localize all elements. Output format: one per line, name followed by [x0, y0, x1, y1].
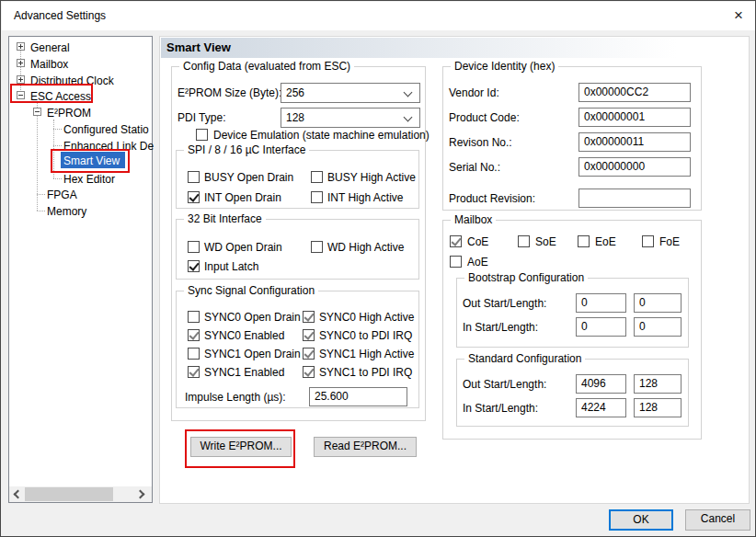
sync0-enabled-label: SYNC0 Enabled — [204, 329, 284, 343]
product-code-field[interactable]: 0x00000001 — [578, 108, 691, 127]
tree-connector-line — [53, 178, 62, 179]
sidebar-item-general[interactable]: General — [30, 40, 70, 56]
vendor-id-field[interactable]: 0x00000CC2 — [578, 83, 691, 102]
close-icon[interactable]: × — [727, 6, 750, 26]
impulse-length-label: Impulse Length (µs): — [185, 391, 286, 405]
aoe-label: AoE — [467, 256, 488, 269]
standard-out-label: Out Start/Length: — [463, 378, 546, 392]
eeprom-size-dropdown[interactable]: 256 — [281, 83, 420, 103]
wd-high-active-checkbox[interactable] — [311, 241, 323, 253]
sidebar-item-hex-editor[interactable]: Hex Editor — [63, 172, 115, 188]
sync0-pdi-irq-checkbox[interactable] — [303, 329, 315, 341]
revision-no-field[interactable]: 0x00000011 — [578, 132, 691, 152]
sync-signal-group-label: Sync Signal Configuration — [184, 284, 318, 298]
sync1-open-drain-label: SYNC1 Open Drain — [204, 348, 301, 361]
int-open-drain-label: INT Open Drain — [204, 191, 281, 205]
cancel-button[interactable]: Cancel — [685, 509, 750, 531]
bootstrap-in-label: In Start/Length: — [463, 321, 538, 335]
foe-label: FoE — [659, 235, 680, 249]
eoe-checkbox[interactable] — [578, 235, 590, 247]
sync0-open-drain-checkbox[interactable] — [188, 311, 200, 323]
standard-out-length-field[interactable]: 128 — [634, 374, 682, 394]
title-bar — [2, 2, 756, 30]
sidebar-item-fpga[interactable]: FPGA — [47, 188, 77, 203]
tree-connector-line — [53, 145, 62, 146]
foe-checkbox[interactable] — [642, 235, 654, 247]
soe-checkbox[interactable] — [518, 235, 530, 247]
sidebar-item-memory[interactable]: Memory — [47, 204, 86, 220]
advanced-settings-dialog: Advanced Settings × General Mailbox Dist… — [0, 0, 756, 537]
sidebar-item-esc-access[interactable]: ESC Access — [30, 89, 91, 105]
sync0-pdi-irq-label: SYNC0 to PDI IRQ — [319, 329, 412, 343]
busy-high-active-checkbox[interactable] — [311, 171, 323, 183]
device-emulation-checkbox[interactable] — [196, 129, 208, 141]
sync1-open-drain-checkbox[interactable] — [188, 348, 200, 360]
int-high-active-checkbox[interactable] — [311, 191, 323, 203]
scrollbar-thumb[interactable] — [25, 487, 113, 501]
sync1-high-active-checkbox[interactable] — [303, 348, 315, 360]
sidebar-item-distributed-clock[interactable]: Distributed Clock — [30, 74, 114, 89]
standard-in-start-field[interactable]: 4224 — [576, 398, 626, 417]
eoe-label: EoE — [595, 235, 616, 249]
standard-out-start-field[interactable]: 4096 — [576, 374, 626, 394]
sidebar-item-eeprom[interactable]: E²PROM — [47, 106, 91, 121]
expand-icon[interactable] — [17, 42, 25, 51]
wd-open-drain-label: WD Open Drain — [204, 241, 282, 255]
standard-config-group-label: Standard Configuration — [464, 352, 585, 366]
pdi-type-dropdown[interactable]: 128 — [281, 108, 420, 128]
tree-connector-line — [20, 46, 21, 96]
tree-connector-line — [53, 129, 62, 130]
tree-connector-line — [37, 194, 45, 195]
write-eeprom-button[interactable]: Write E²PROM... — [190, 437, 292, 457]
sync0-enabled-checkbox[interactable] — [188, 329, 200, 341]
bootstrap-config-group: Bootstrap Configuration — [456, 278, 689, 348]
aoe-checkbox[interactable] — [450, 256, 462, 268]
sync1-enabled-checkbox[interactable] — [188, 366, 200, 378]
sync1-pdi-irq-checkbox[interactable] — [303, 366, 315, 378]
bootstrap-out-length-field[interactable]: 0 — [634, 293, 682, 313]
bootstrap-out-start-field[interactable]: 0 — [576, 293, 626, 313]
sync1-high-active-label: SYNC1 High Active — [319, 348, 414, 361]
impulse-length-field[interactable]: 25.600 — [309, 387, 407, 406]
coe-checkbox[interactable] — [450, 235, 462, 247]
spi-interface-group-label: SPI / 8 / 16 µC Interface — [184, 143, 309, 157]
soe-label: SoE — [535, 235, 556, 249]
product-code-label: Product Code: — [449, 111, 520, 125]
collapse-icon[interactable] — [33, 108, 41, 116]
product-revision-field[interactable] — [578, 189, 691, 208]
product-revision-label: Product Revision: — [449, 192, 535, 206]
bootstrap-in-length-field[interactable]: 0 — [634, 317, 682, 337]
page-title: Smart View — [161, 38, 748, 58]
expand-icon[interactable] — [17, 59, 25, 67]
busy-open-drain-checkbox[interactable] — [188, 171, 200, 183]
standard-in-length-field[interactable]: 128 — [634, 398, 682, 417]
expand-icon[interactable] — [17, 75, 25, 84]
busy-open-drain-label: BUSY Open Drain — [204, 171, 293, 185]
pdi-type-value: 128 — [286, 111, 304, 124]
sidebar-item-configured-station[interactable]: Configured Statio — [63, 122, 149, 138]
coe-label: CoE — [467, 235, 488, 249]
collapse-icon[interactable] — [17, 91, 25, 99]
read-eeprom-button[interactable]: Read E²PROM... — [314, 437, 417, 457]
sync0-high-active-label: SYNC0 High Active — [319, 311, 414, 325]
sidebar-item-mailbox[interactable]: Mailbox — [30, 57, 68, 73]
busy-high-active-label: BUSY High Active — [327, 171, 416, 185]
serial-no-label: Serial No.: — [449, 161, 500, 175]
eeprom-size-value: 256 — [286, 86, 304, 99]
wd-open-drain-checkbox[interactable] — [188, 241, 200, 253]
sync0-high-active-checkbox[interactable] — [303, 311, 315, 323]
config-data-group-label: Config Data (evaluated from ESC) — [179, 60, 354, 74]
sync1-pdi-irq-label: SYNC1 to PDI IRQ — [319, 366, 412, 380]
wd-high-active-label: WD High Active — [327, 241, 404, 255]
sync0-open-drain-label: SYNC0 Open Drain — [204, 311, 301, 325]
pdi-type-label: PDI Type: — [178, 111, 225, 125]
revision-no-label: Revison No.: — [449, 136, 512, 150]
serial-no-field[interactable]: 0x00000000 — [578, 157, 691, 177]
ok-button[interactable]: OK — [609, 509, 673, 531]
standard-in-label: In Start/Length: — [463, 402, 538, 416]
input-latch-checkbox[interactable] — [188, 260, 200, 272]
bootstrap-config-group-label: Bootstrap Configuration — [464, 271, 588, 285]
sidebar-item-smart-view[interactable]: Smart View — [63, 154, 120, 169]
bootstrap-in-start-field[interactable]: 0 — [576, 317, 626, 337]
int-open-drain-checkbox[interactable] — [188, 191, 200, 203]
